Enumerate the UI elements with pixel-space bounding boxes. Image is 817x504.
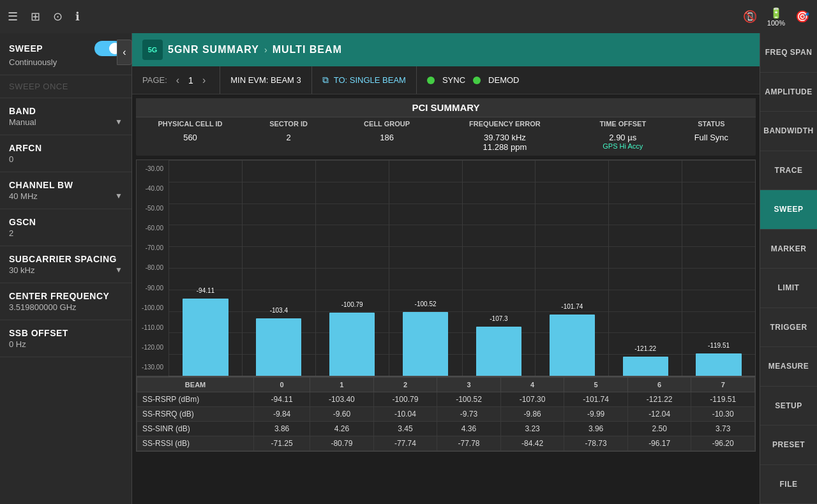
- subcarrier-dropdown-arrow[interactable]: ▼: [115, 265, 123, 274]
- right-panel-button-bandwidth[interactable]: BANDWIDTH: [760, 112, 817, 151]
- y-axis-label: -120.00: [139, 344, 166, 351]
- right-panel-button-limit[interactable]: LIMIT: [760, 269, 817, 308]
- right-panel-button-trigger[interactable]: TRIGGER: [760, 308, 817, 348]
- bar-column: -119.51: [682, 160, 755, 376]
- channel-bw-value: 40 MHz: [9, 191, 38, 201]
- table-row-label: SS-SINR (dB): [137, 422, 254, 436]
- gscn-section: GSCN 2: [0, 209, 131, 246]
- pci-header-physical-cell-id: PHYSICAL CELL ID: [141, 120, 239, 128]
- sidebar-collapse-button[interactable]: ‹: [117, 40, 132, 65]
- table-cell: -103.40: [310, 392, 374, 407]
- content-area: 5G 5GNR SUMMARY › MULTI BEAM PAGE: ‹ 1 ›…: [132, 33, 760, 504]
- subcarrier-label: SUBCARRIER SPACING: [9, 254, 123, 264]
- right-panel-button-measure[interactable]: MEASURE: [760, 347, 817, 387]
- band-label: BAND: [9, 106, 123, 116]
- breadcrumb-logo: 5G: [142, 40, 163, 60]
- right-panel-button-freq-span[interactable]: FREQ SPAN: [760, 33, 817, 73]
- arfcn-section: ARFCN 0: [0, 135, 131, 172]
- breadcrumb-current: MULTI BEAM: [273, 44, 342, 56]
- channel-bw-dropdown-arrow[interactable]: ▼: [115, 191, 123, 200]
- table-cell: -84.42: [500, 436, 564, 451]
- camera-icon[interactable]: ⊙: [53, 10, 63, 24]
- arfcn-label: ARFCN: [9, 143, 123, 153]
- table-cell: -9.73: [437, 407, 501, 422]
- right-panel-button-preset[interactable]: PRESET: [760, 426, 817, 465]
- table-cell: 3.73: [691, 422, 755, 436]
- band-dropdown-arrow[interactable]: ▼: [115, 117, 123, 126]
- grid-icon[interactable]: ⊞: [31, 10, 40, 24]
- pci-value-frequency-error: 39.730 kHz 11.288 ppm: [436, 133, 574, 152]
- single-beam-text: TO: SINGLE BEAM: [334, 75, 406, 85]
- table-header-cell: 0: [254, 378, 310, 392]
- sweep-section: SWEEP Continuously: [0, 33, 131, 75]
- battery-icon: 🔋: [770, 7, 783, 19]
- sweep-once-label[interactable]: SWEEP ONCE: [0, 75, 131, 98]
- min-evm-section: MIN EVM: BEAM 3: [220, 66, 312, 94]
- pci-header-cell-group: CELL GROUP: [338, 120, 436, 128]
- table-cell: -94.11: [254, 392, 310, 407]
- table-cell: -77.78: [437, 436, 501, 451]
- ssb-offset-section: SSB OFFSET 0 Hz: [0, 320, 131, 357]
- table-row: SS-RSRP (dBm)-94.11-103.40-100.79-100.52…: [137, 392, 755, 407]
- bar-value-label: -100.52: [415, 300, 437, 308]
- right-panel-button-marker[interactable]: MARKER: [760, 230, 817, 269]
- bar-column: -103.4: [242, 160, 315, 376]
- chart-bar: -103.4: [256, 318, 301, 376]
- table-cell: -9.86: [500, 407, 564, 422]
- pci-value-physical-cell-id: 560: [141, 133, 239, 152]
- gps-icon: 🎯: [795, 10, 809, 24]
- page-section: PAGE: ‹ 1 ›: [132, 66, 220, 94]
- bar-value-label: -119.51: [708, 342, 730, 349]
- right-panel-button-trace[interactable]: TRACE: [760, 151, 817, 191]
- battery-percent: 100%: [767, 19, 785, 27]
- page-next-button[interactable]: ›: [199, 73, 209, 87]
- table-header-cell: BEAM: [137, 378, 254, 392]
- min-evm-text: MIN EVM: BEAM 3: [230, 75, 301, 85]
- table-cell: -12.04: [627, 407, 691, 422]
- bar-value-label: -94.11: [197, 287, 214, 294]
- page-controls-bar: PAGE: ‹ 1 › MIN EVM: BEAM 3 ⧉ TO: SINGLE…: [132, 66, 760, 94]
- table-cell: -96.20: [691, 436, 755, 451]
- bar-column: -100.79: [315, 160, 389, 376]
- table-cell: -107.30: [500, 392, 564, 407]
- pci-summary-panel: PCI SUMMARY PHYSICAL CELL ID SECTOR ID C…: [136, 98, 756, 156]
- bar-column: -100.52: [389, 160, 462, 376]
- sweep-label: SWEEP: [9, 43, 43, 54]
- pci-header-sector-id: SECTOR ID: [239, 120, 338, 128]
- y-axis-label: -100.00: [139, 304, 166, 311]
- table-cell: 2.50: [627, 422, 691, 436]
- wifi-off-icon: 📵: [743, 10, 757, 24]
- grid-line: [169, 376, 755, 376]
- right-panel-button-sweep[interactable]: SWEEP: [760, 190, 817, 230]
- demod-text: DEMOD: [488, 75, 519, 85]
- right-panel-button-setup[interactable]: SETUP: [760, 387, 817, 426]
- gscn-label: GSCN: [9, 217, 123, 227]
- table-cell: 4.36: [437, 422, 501, 436]
- page-prev-button[interactable]: ‹: [172, 73, 183, 87]
- table-header-cell: 3: [437, 378, 501, 392]
- single-beam-section[interactable]: ⧉ TO: SINGLE BEAM: [312, 66, 417, 94]
- breadcrumb-parent[interactable]: 5GNR SUMMARY: [168, 44, 259, 56]
- y-axis-label: -30.00: [139, 165, 166, 172]
- table-header-cell: 7: [691, 378, 755, 392]
- arfcn-value: 0: [9, 154, 123, 164]
- battery-indicator: 🔋 100%: [767, 7, 785, 27]
- channel-bw-label: CHANNEL BW: [9, 180, 123, 190]
- top-bar-right: 📵 🔋 100% 🎯: [743, 7, 809, 27]
- link-icon: ⧉: [322, 75, 329, 85]
- menu-icon[interactable]: ☰: [8, 10, 18, 24]
- pci-headers: PHYSICAL CELL ID SECTOR ID CELL GROUP FR…: [136, 117, 756, 130]
- table-cell: -100.52: [437, 392, 501, 407]
- table-cell: -119.51: [691, 392, 755, 407]
- bar-column: -121.22: [608, 160, 682, 376]
- table-header-cell: 1: [310, 378, 374, 392]
- table-cell: 3.96: [564, 422, 628, 436]
- bar-value-label: -103.4: [270, 307, 288, 314]
- center-freq-label: CENTER FREQUENCY: [9, 291, 123, 301]
- y-axis-label: -40.00: [139, 185, 166, 192]
- gscn-value: 2: [9, 228, 123, 238]
- y-axis-label: -60.00: [139, 225, 166, 232]
- right-panel-button-amplitude[interactable]: AMPLITUDE: [760, 73, 817, 112]
- right-panel-button-file[interactable]: FILE: [760, 465, 817, 505]
- info-icon[interactable]: ℹ: [75, 10, 80, 24]
